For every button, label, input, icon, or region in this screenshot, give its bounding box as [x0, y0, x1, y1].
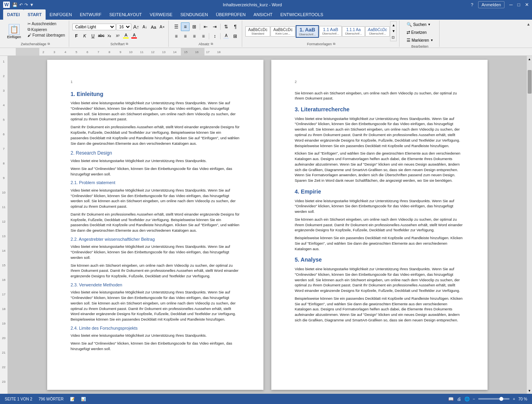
- italic-button[interactable]: K: [81, 32, 88, 40]
- font-expand-icon[interactable]: ⧉: [126, 42, 128, 46]
- scrollbar-thumb[interactable]: [528, 70, 532, 94]
- style-kein-leerzeichen[interactable]: AaBbCcDc Kein Lee...: [271, 26, 295, 37]
- zoom-level[interactable]: 70 %: [518, 397, 527, 401]
- spell-check-icon[interactable]: 📝: [70, 397, 75, 401]
- styles-scroll-down-icon[interactable]: ▼: [392, 29, 395, 33]
- zoom-plus-button[interactable]: +: [513, 397, 515, 401]
- style-standard[interactable]: AaBbCcDc Standard: [245, 26, 270, 37]
- ruler-mark-10: 10: [2, 191, 6, 194]
- minimize-button[interactable]: ─: [509, 2, 513, 7]
- print-layout-icon[interactable]: 🖨: [457, 397, 461, 401]
- zoom-minus-button[interactable]: −: [473, 397, 475, 401]
- decrease-indent-button[interactable]: ⇤: [201, 22, 210, 31]
- align-center-button[interactable]: ≡: [181, 32, 190, 41]
- bearbeiten-group: 🔍 Suchen ▼ ⇄ Ersetzen ☰ Markieren ▼ Bear…: [400, 20, 440, 47]
- line-spacing-button[interactable]: ↕: [210, 32, 219, 41]
- copy-icon: ⧉: [28, 27, 30, 32]
- restore-button[interactable]: □: [517, 2, 520, 7]
- scroll-down-button[interactable]: ▼: [527, 387, 532, 394]
- svg-text:9: 9: [120, 50, 121, 54]
- tab-start[interactable]: START: [24, 9, 46, 20]
- signin-button[interactable]: Anmelden: [478, 1, 505, 8]
- copy-button[interactable]: ⧉ Kopieren: [26, 27, 67, 32]
- decrease-font-button[interactable]: A↓: [141, 23, 149, 31]
- cut-button[interactable]: ✂ Ausschneiden: [26, 21, 67, 26]
- borders-button[interactable]: ⊞: [231, 32, 239, 41]
- increase-font-button[interactable]: A↑: [132, 23, 140, 31]
- styles-scroll-up-icon[interactable]: ▲: [392, 23, 395, 27]
- para-empirie-1: Video bietet eine leistungsstarke Möglic…: [295, 198, 464, 214]
- read-view-icon[interactable]: 📖: [448, 397, 454, 402]
- styles-scroll-buttons[interactable]: ▲ ▼ ⊡: [390, 21, 397, 41]
- format-painter-button[interactable]: 🖌 Format übertragen: [26, 33, 67, 38]
- style-uberschrift3[interactable]: 1.1.1 Aa Überschrif...: [342, 26, 364, 37]
- titlebar: W 💾 ↶ ↷ ▼ Inhaltsverzeichnis_kurz - Word…: [0, 0, 532, 9]
- customize-qat-icon[interactable]: ▼: [29, 2, 34, 7]
- para-empirie-3: Beispielsweise können Sie ein passendes …: [295, 235, 464, 251]
- zoom-slider[interactable]: [478, 398, 510, 400]
- tab-seitenlayout[interactable]: SEITENLAYOUT: [105, 9, 146, 20]
- sort-button[interactable]: ⇅: [222, 22, 230, 31]
- redo-icon[interactable]: ↷: [24, 2, 28, 7]
- help-button[interactable]: ?: [471, 2, 473, 7]
- page-1: 1 1. Einleitung Video bietet eine leistu…: [47, 60, 263, 390]
- tab-ansicht[interactable]: ANSICHT: [250, 9, 276, 20]
- change-case-button[interactable]: Aa: [149, 23, 157, 31]
- track-changes-icon[interactable]: 📊: [81, 397, 86, 401]
- clipboard-expand-icon[interactable]: ⧉: [48, 42, 50, 46]
- font-size-select[interactable]: 16: [116, 24, 131, 30]
- show-marks-button[interactable]: ¶: [231, 22, 239, 31]
- mark-dropdown-icon[interactable]: ▼: [430, 39, 433, 42]
- para-einleitung-2: Damit Ihr Dokument ein professionelles A…: [71, 124, 240, 146]
- style-uberschrift1[interactable]: 1. AaB Überschrif...: [296, 25, 319, 38]
- web-layout-icon[interactable]: 🌐: [464, 397, 470, 402]
- tab-einfuegen[interactable]: EINFÜGEN: [46, 9, 76, 20]
- undo-icon[interactable]: ↶: [19, 2, 23, 7]
- tab-datei[interactable]: DATEI: [3, 9, 24, 20]
- paste-button[interactable]: 📋 Einfügen: [4, 21, 24, 41]
- font-name-select[interactable]: Calibri Light: [72, 24, 116, 30]
- close-button[interactable]: ✕: [525, 2, 529, 7]
- underline-button[interactable]: U: [89, 32, 97, 40]
- save-icon[interactable]: 💾: [12, 2, 18, 7]
- multilevel-list-button[interactable]: ⊞: [190, 22, 199, 31]
- clear-formatting-button[interactable]: A✕: [158, 23, 166, 31]
- tab-entwicklertools[interactable]: ENTWICKLERTOOLS: [276, 9, 327, 20]
- styles-expand-icon[interactable]: ⊡: [392, 35, 395, 39]
- absatz-expand-icon[interactable]: ⧉: [211, 42, 213, 46]
- bullet-list-button[interactable]: ☰: [172, 22, 180, 31]
- align-left-button[interactable]: ≡: [172, 32, 180, 41]
- search-dropdown-icon[interactable]: ▼: [428, 23, 431, 26]
- justify-button[interactable]: ≡: [199, 32, 208, 41]
- page1-number: 1: [71, 79, 240, 85]
- ruler-mark-20: 20: [2, 336, 6, 340]
- tab-entwurf[interactable]: ENTWURF: [76, 9, 105, 20]
- cut-icon: ✂: [28, 22, 31, 26]
- tab-sendungen[interactable]: SENDUNGEN: [177, 9, 212, 20]
- bold-button[interactable]: F: [72, 32, 80, 40]
- collapse-icon[interactable]: ▲: [526, 22, 530, 26]
- numbered-list-button[interactable]: ≡: [181, 22, 190, 31]
- scroll-up-button[interactable]: ▲: [527, 56, 532, 62]
- ribbon-collapse-button[interactable]: ▲: [526, 20, 530, 47]
- align-right-button[interactable]: ≡: [190, 32, 199, 41]
- strikethrough-button[interactable]: abc: [97, 32, 105, 40]
- svg-text:5: 5: [75, 50, 77, 54]
- tab-ueberpruefen[interactable]: ÜBERPRÜFEN: [212, 9, 250, 20]
- increase-indent-button[interactable]: ⇥: [210, 22, 219, 31]
- search-button[interactable]: 🔍 Suchen ▼: [405, 21, 435, 28]
- tab-verweise[interactable]: VERWEISE: [146, 9, 177, 20]
- mark-button[interactable]: ☰ Markieren ▼: [405, 37, 435, 44]
- zoom-thumb[interactable]: [499, 397, 503, 401]
- document-area[interactable]: 1 1. Einleitung Video bietet eine leistu…: [8, 56, 526, 394]
- subscript-button[interactable]: X₂: [105, 32, 113, 40]
- shading-button[interactable]: A: [222, 32, 230, 41]
- vertical-scrollbar[interactable]: ▲ ▼: [526, 56, 532, 394]
- superscript-button[interactable]: X²: [114, 32, 121, 40]
- style-uberschrift2[interactable]: 1.1 AaB Überschrif...: [319, 26, 342, 37]
- style-uberschrift4[interactable]: AaBbCcDc Überschrif...: [365, 26, 390, 37]
- highlight-button[interactable]: A: [122, 32, 130, 40]
- formatvorlagen-expand-icon[interactable]: ⧉: [333, 42, 335, 46]
- font-color-button[interactable]: A: [130, 32, 138, 40]
- replace-button[interactable]: ⇄ Ersetzen: [405, 29, 435, 36]
